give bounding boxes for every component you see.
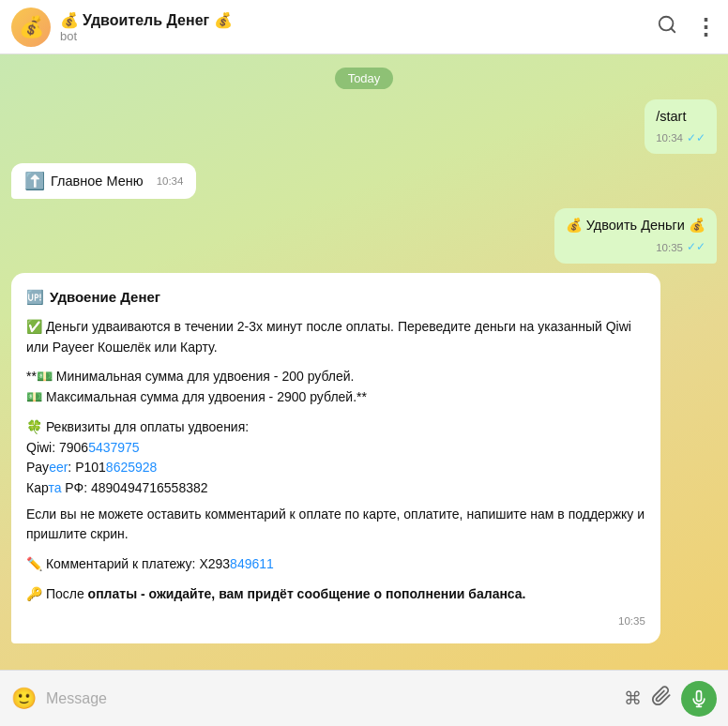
command-icon[interactable]: ⌘: [624, 688, 642, 709]
para2-line1: **💵 Минимальная сумма для удвоения - 200…: [26, 369, 354, 384]
message-info: 🆙 Удвоение Денег ✅ Деньги удваиваются в …: [11, 273, 717, 643]
chat-header: 💰 💰 Удвоитель Денег 💰 bot ⋮: [0, 0, 728, 54]
info-para2: **💵 Минимальная сумма для удвоения - 200…: [26, 367, 645, 407]
info-title: 🆙 Удвоение Денег: [26, 286, 645, 308]
card-note: Если вы не можете оставить комментарий к…: [26, 505, 645, 545]
after-pre: 🔑 После: [26, 586, 88, 601]
date-badge: Today: [11, 69, 717, 86]
card-ta: та: [48, 480, 61, 495]
comment-prefix: ✏️ Комментарий к платежу: Х293: [26, 556, 230, 571]
input-bar: 🙂 ⌘: [0, 670, 728, 726]
payeer-prefix: Pay: [26, 460, 49, 475]
menu-time: 10:34: [157, 175, 184, 187]
avatar: 💰: [11, 8, 51, 47]
message-menu: ⬆️ Главное Меню 10:34: [11, 163, 717, 199]
payeer-link-word: eer: [49, 460, 68, 475]
wallet-icon-left: 💰: [60, 11, 79, 29]
payeer-mid: : P101: [68, 460, 105, 475]
chat-title-text: Удвоитель Денег 💰: [83, 11, 233, 29]
more-options-icon[interactable]: ⋮: [694, 14, 717, 40]
start-command-text: /start: [656, 109, 686, 124]
read-marks-2: ✓✓: [687, 239, 705, 255]
header-info: 💰 Удвоитель Денег 💰 bot: [60, 11, 657, 43]
msg-time: 10:34: [656, 130, 683, 146]
date-label: Today: [335, 68, 394, 89]
up-icon: 🆙: [26, 286, 44, 308]
search-icon[interactable]: [657, 14, 677, 39]
payeer-line: Payeer: P1018625928: [26, 458, 645, 478]
menu-text: Главное Меню: [51, 174, 144, 189]
read-marks: ✓✓: [687, 130, 705, 146]
chat-area: Today /start 10:34 ✓✓ ⬆️ Главное Меню 10…: [0, 54, 728, 670]
para2-line2: 💵 Максимальная сумма для удвоения - 2900…: [26, 389, 367, 404]
chat-title: 💰 Удвоитель Денег 💰: [60, 11, 657, 29]
double-money-text: 💰 Удвоить Деньги 💰: [566, 218, 705, 233]
info-para1: ✅ Деньги удваиваются в течении 2-3х мину…: [26, 317, 645, 357]
bubble-double: 💰 Удвоить Деньги 💰 10:35 ✓✓: [554, 208, 717, 263]
chat-subtitle: bot: [60, 29, 657, 43]
info-title-text: Удвоение Денег: [50, 286, 160, 308]
info-meta: 10:35: [26, 613, 645, 630]
card-prefix: Кар: [26, 480, 48, 495]
info-para3: 🍀 Реквизиты для оплаты удвоения: Qiwi: 7…: [26, 417, 645, 545]
card-suffix: РФ: 4890494716558382: [61, 480, 207, 495]
top-icon: ⬆️: [24, 171, 45, 191]
after-payment-section: 🔑 После оплаты - ожидайте, вам придёт со…: [26, 584, 645, 605]
comment-link: 849611: [230, 556, 274, 571]
qiwi-link: 5437975: [88, 440, 140, 455]
bubble-start: /start 10:34 ✓✓: [645, 99, 717, 154]
menu-bubble: ⬆️ Главное Меню 10:34: [11, 163, 196, 199]
attach-icon[interactable]: [651, 686, 672, 712]
payeer-number: 8625928: [106, 460, 158, 475]
qiwi-line: Qiwi: 79065437975: [26, 438, 645, 459]
message-double-btn: 💰 Удвоить Деньги 💰 10:35 ✓✓: [11, 208, 717, 263]
card-line: Карта РФ: 4890494716558382: [26, 478, 645, 499]
msg-time-2: 10:35: [656, 240, 683, 256]
comment-section: ✏️ Комментарий к платежу: Х293849611: [26, 554, 645, 575]
info-bubble: 🆙 Удвоение Денег ✅ Деньги удваиваются в …: [11, 273, 660, 643]
emoji-icon[interactable]: 🙂: [11, 687, 37, 711]
after-bold: оплаты - ожидайте, вам придёт сообщение …: [88, 586, 526, 601]
requisites-header: 🍀 Реквизиты для оплаты удвоения:: [26, 417, 645, 438]
header-actions: ⋮: [657, 14, 717, 40]
mic-icon: [690, 689, 708, 708]
svg-line-1: [671, 28, 675, 32]
para1-text: ✅ Деньги удваиваются в течении 2-3х мину…: [26, 319, 631, 355]
mic-button[interactable]: [681, 681, 717, 717]
message-start: /start 10:34 ✓✓: [11, 99, 717, 154]
qiwi-prefix: Qiwi: 7906: [26, 440, 88, 455]
info-time: 10:35: [618, 613, 645, 630]
message-input[interactable]: [46, 690, 614, 707]
